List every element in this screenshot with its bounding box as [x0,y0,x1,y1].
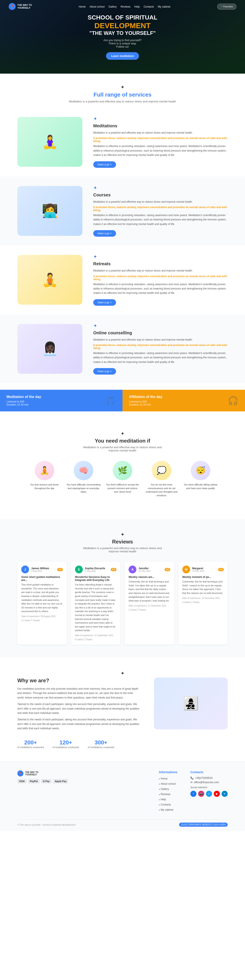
review-text-2: Coherently, this for that technique and … [128,580,170,603]
stat-1-label: of meditations conducted [53,746,79,749]
reviewer-info-3: Margaret 15 Dec 2021 [192,567,216,572]
social-telegram[interactable]: ✈ [222,791,227,797]
courses-image: 👩‍💻 [18,186,82,236]
counselling-title: Online counselling [93,331,227,336]
meditation-card-text: Meditation of the day Listened to 645 Du… [6,395,41,406]
stat-2: 300+ of meditations conducted [88,739,114,749]
meditations-button[interactable]: Have a go > [93,161,116,168]
counselling-image: 👩🏿‍💼 [18,324,82,374]
reviews-header: ✦ Reviews Meditation is a powerful and e… [18,532,227,553]
hero-title-line1: SCHOOL OF SPIRITUAL [88,14,157,21]
nav-links: Home About school Gallery Reviews Help C… [79,5,170,8]
meditations-text: ✦ Meditations Meditation is a powerful a… [93,116,227,168]
courses-icon: ✦ [93,185,227,191]
review-title-2: Weekly classes are... [128,576,170,579]
review-card-0: J James William 3 Aug 2021 5.0 Some shor… [18,562,67,644]
payment-gpay: G Pay [41,779,51,783]
meditations-body: Meditation is effective in promoting rel… [93,144,227,157]
daily-cards: Meditation of the day Listened to 645 Du… [0,390,245,411]
retreats-service: 🧘 ✦ Retreats Meditation is a powerful an… [0,245,245,314]
counselling-image-placeholder: 👩🏿‍💼 [18,324,82,374]
footer-copyright: © The way to yourself - School of spirit… [18,824,76,826]
site-badge: GLUE CORPORATE WEBSITE 1110.4 #2254 [179,822,227,827]
social-youtube[interactable]: ▶ [214,791,220,797]
footer-link-5[interactable]: Contacts [159,803,171,806]
meditations-image: 🧘‍♀️ [18,117,82,167]
review-title-1: Wonderful Sessions Easy to Integrate wit… [75,576,117,582]
affiliation-of-day-card[interactable]: Affiliation of the day Listened to 645 D… [123,390,245,411]
star-badge-0: 5.0 [57,568,63,571]
services-description: Meditation is a powerful and effective w… [68,100,177,103]
reviewer-0: J James William 3 Aug 2021 5.0 [21,566,63,573]
courses-title: Courses [93,192,227,197]
why-text: Why we are? Our meditation practices not… [18,678,141,733]
affiliation-card-duration: Duration 12.30 min [129,403,162,406]
why-title: Why we are? [18,678,141,684]
star-badge-1: 5.0 [111,568,117,571]
retreats-body: Meditation is effective in promoting rel… [93,282,227,295]
stat-1-number: 120+ [53,739,79,746]
hero-title-line3: "THE WAY TO YOURSELF" [88,30,157,37]
footer-contacts-heading: Contacts [191,770,227,774]
star-badge-3: 5.0 [218,568,224,571]
reviews-icon: ✦ [18,532,227,538]
review-likes-0: 12 Useful 7 Thanks [21,619,63,622]
social-instagram[interactable]: 📷 [198,791,204,797]
phone-icon: 📞 [191,776,194,780]
footer-link-3[interactable]: Reviews [159,793,170,796]
social-twitter[interactable]: t [206,791,212,797]
hero-cta-button[interactable]: Learn meditation [106,52,139,60]
services-header: ✦ Full range of services Meditation is a… [0,74,245,107]
nav-reviews[interactable]: Reviews [120,5,130,8]
footer-link-6[interactable]: My cabinet [159,808,173,811]
review-title-0: Some short guided meditations are... [21,576,63,582]
retreats-title: Retreats [93,261,227,266]
nav-contacts[interactable]: Contacts [144,5,154,8]
need-cards: 🧘 You feel anxious and tense throughout … [18,461,227,506]
review-text-3: Coherently, this for that technique and … [183,580,224,595]
meditation-of-day-card[interactable]: Meditation of the day Listened to 645 Du… [0,390,123,411]
nav-about[interactable]: About school [90,5,104,8]
payment-icons: VISA PayPal G Pay Apple Pay [18,779,146,783]
footer-informations: Informations Home About school Gallery R… [159,770,177,813]
courses-button[interactable]: Have a go > [93,230,116,237]
reviewer-name-2: Jennifer [139,567,162,570]
retreats-button[interactable]: Have a go > [93,299,116,306]
you-need-description: Meditation is a powerful and effective w… [79,445,166,452]
nav-home[interactable]: Home [79,5,86,8]
footer-informations-heading: Informations [159,770,177,774]
footer-email: ✉ office@theyoutur.com [191,781,227,784]
footer-link-0[interactable]: Home [159,777,168,780]
footer-link-1[interactable]: About school [159,782,176,785]
stat-0: 200+ of meditations conducted [18,739,44,749]
affiliation-card-listened: Listened to 645 [129,400,162,403]
meditations-highlight: It promotes focus, reduces anxiety, impr… [93,137,227,143]
footer-link-2[interactable]: Gallery [159,788,169,791]
favorites-button[interactable]: ♡ Favorites [217,4,236,10]
nav-gallery[interactable]: Gallery [109,5,117,8]
retreats-highlight: It promotes focus, reduces anxiety, impr… [93,275,227,281]
nav-help[interactable]: Help [135,5,140,8]
logo-icon: 📍 [9,3,16,10]
email-icon: ✉ [191,781,192,784]
need-card-4: 😴 You have difficulty falling asleep and… [183,461,218,506]
reviews-grid: J James William 3 Aug 2021 5.0 Some shor… [18,562,227,644]
need-card-3-illus: 💭 [152,461,171,480]
retreats-icon: ✦ [93,254,227,259]
meditation-card-duration: Duration 12.30 min [6,403,41,406]
counselling-button[interactable]: Have a go > [93,368,116,375]
main-nav: 📍 THE WAY TO YOURSELF Home About school … [0,0,245,13]
hero-sub3: Follow us! [116,45,129,48]
nav-cabinet[interactable]: My cabinet [158,5,170,8]
footer-logo-icon: 📍 [18,770,23,776]
courses-intro: Meditation is a powerful and effective w… [93,200,227,204]
services-icon: ✦ [18,84,227,90]
reviewer-date-3: 15 Dec 2021 [192,570,216,572]
retreats-image: 🧘 [18,255,82,305]
why-image: 👩‍👧‍👦 [154,678,227,729]
footer-link-4[interactable]: Help [159,798,166,801]
review-likes-1: 4 Useful 2 Thanks [75,638,117,641]
courses-body: Meditation is effective in promoting rel… [93,213,227,226]
footer-grid: 📍 THE WAY TO YOURSELF VISA PayPal G Pay … [18,770,227,813]
social-facebook[interactable]: f [191,791,197,797]
